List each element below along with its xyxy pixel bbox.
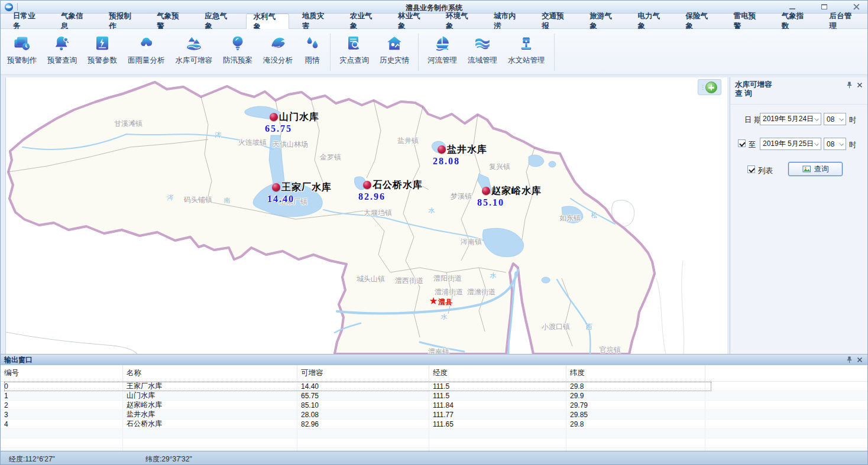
cell-filler — [705, 410, 868, 420]
toolbar-button-流域管理[interactable]: 流域管理 — [463, 32, 502, 67]
chevron-down-icon — [839, 116, 844, 121]
table-row[interactable]: 3盐井水库28.08111.7729.85 — [1, 410, 868, 420]
column-header-经度[interactable]: 经度 — [429, 365, 566, 381]
toolbar-separator — [554, 34, 555, 71]
reservoir-marker-赵家峪水库[interactable] — [482, 187, 490, 195]
reservoir-marker-王家厂水库[interactable] — [272, 183, 280, 191]
river-icon — [433, 34, 451, 52]
cell — [297, 438, 429, 448]
menu-item-雷电预警[interactable]: 雷电预警 — [727, 14, 769, 28]
zoom-in-button[interactable] — [705, 82, 717, 93]
column-header-可增容[interactable]: 可增容 — [297, 365, 429, 381]
toolbar-button-灾点查询[interactable]: 灾点查询 — [335, 32, 374, 67]
toolbar-button-淹没分析[interactable]: 淹没分析 — [258, 32, 297, 67]
statusbar: 经度:112°6'27" 纬度:29°37'32" — [1, 451, 868, 465]
pin-icon[interactable] — [845, 81, 853, 89]
to-label: 至 — [749, 140, 756, 150]
column-header-编号[interactable]: 编号 — [1, 365, 123, 381]
query-button[interactable]: 查询 — [788, 162, 843, 176]
table-row-empty[interactable] — [1, 429, 868, 438]
toolbar-button-面雨量分析[interactable]: 面雨量分析 — [123, 32, 170, 67]
menu-item-农业气象[interactable]: 农业气象 — [343, 14, 385, 28]
menu-item-气象指数[interactable]: 气象指数 — [775, 14, 817, 28]
toolbar-button-label: 淹没分析 — [263, 56, 293, 66]
table-row[interactable]: 2赵家峪水库85.10111.8429.79 — [1, 401, 868, 410]
menu-item-日常业务[interactable]: 日常业务 — [6, 14, 48, 28]
reservoir-marker-盐井水库[interactable] — [438, 145, 446, 154]
toolbar-button-水文站管理[interactable]: 水文站管理 — [503, 32, 550, 67]
toolbar-button-河流管理[interactable]: 河流管理 — [423, 32, 462, 67]
toolbar-button-预警查询[interactable]: 预警查询 — [43, 32, 82, 67]
table-row[interactable]: 0王家厂水库14.40111.529.8 — [1, 382, 868, 391]
column-header-名称[interactable]: 名称 — [123, 365, 297, 381]
list-checkbox[interactable] — [747, 165, 755, 173]
menu-item-气象预警[interactable]: 气象预警 — [150, 14, 192, 28]
cell: 山门水库 — [123, 391, 297, 401]
toolbar-button-预警制作[interactable]: 预警制作 — [2, 32, 41, 67]
map-basemap — [6, 77, 727, 354]
date-from-row: 日 期 2019年 5月24日 08 时 — [730, 113, 868, 126]
toolbar-button-历史灾情[interactable]: 历史灾情 — [375, 32, 414, 67]
cell — [123, 438, 297, 448]
close-button[interactable] — [848, 2, 864, 12]
table-header-row: 编号名称可增容经度纬度 — [1, 365, 868, 382]
toolbar-button-预警参数[interactable]: 预警参数 — [83, 32, 122, 67]
menu-item-预报制作[interactable]: 预报制作 — [102, 14, 144, 28]
menu-item-林业气象[interactable]: 林业气象 — [391, 14, 433, 28]
rain-info-icon — [303, 34, 321, 52]
toolbar-button-防汛预案[interactable]: 防汛预案 — [218, 32, 257, 67]
cell-filler — [705, 429, 868, 438]
menu-item-水利气象[interactable]: 水利气象 — [246, 14, 289, 29]
reservoir-capacity-panel: 水库可增容 查 询 日 期 2019年 5月24日 08 时 至 2019年 5… — [730, 77, 868, 354]
chevron-down-icon — [814, 141, 819, 146]
map[interactable]: 甘溪滩镇火连坡镇天供山林场金罗镇盐井镇复兴镇码头铺镇王家厂镇梦溪镇大堰垱镇如东镇… — [5, 77, 727, 354]
longitude-readout: 经度:112°6'27" — [9, 454, 55, 464]
hour-from-select[interactable]: 08 — [824, 113, 846, 125]
toolbar-button-水库可增容[interactable]: 水库可增容 — [171, 32, 218, 67]
table-body: 0王家厂水库14.40111.529.81山门水库65.75111.529.92… — [1, 382, 868, 451]
maximize-button[interactable] — [817, 2, 832, 12]
cell-filler — [705, 382, 868, 391]
menu-item-后台管理[interactable]: 后台管理 — [822, 14, 864, 28]
cell — [429, 429, 566, 438]
menu-item-电力气象[interactable]: 电力气象 — [630, 14, 672, 28]
menu-item-气象信息[interactable]: 气象信息 — [54, 14, 96, 28]
menu-item-交通预报[interactable]: 交通预报 — [535, 14, 576, 28]
pin-icon[interactable] — [845, 356, 853, 364]
action-row: 列表 查询 — [730, 164, 868, 177]
toolbar-button-label: 水库可增容 — [176, 56, 213, 66]
menu-item-旅游气象[interactable]: 旅游气象 — [582, 14, 624, 28]
menu-item-城市内涝[interactable]: 城市内涝 — [487, 14, 529, 28]
column-header-纬度[interactable]: 纬度 — [566, 365, 705, 381]
hour-to-select[interactable]: 08 — [824, 138, 846, 150]
cell: 29.8 — [566, 382, 705, 391]
menu-item-应急气象[interactable]: 应急气象 — [197, 14, 239, 28]
cell-filler — [705, 401, 868, 410]
date-from-select[interactable]: 2019年 5月24日 — [760, 113, 821, 125]
close-panel-icon[interactable] — [856, 81, 864, 89]
reservoir-marker-石公桥水库[interactable] — [363, 181, 371, 189]
cell: 65.75 — [297, 391, 429, 401]
hour-suffix-label: 时 — [849, 115, 857, 125]
toolbar-button-label: 河流管理 — [427, 56, 457, 66]
menu-item-环境气象[interactable]: 环境气象 — [439, 14, 481, 28]
cell: 石公桥水库 — [123, 420, 297, 429]
reservoir-marker-山门水库[interactable] — [270, 113, 278, 121]
menu-item-保险气象[interactable]: 保险气象 — [679, 14, 721, 28]
cell — [1, 438, 123, 448]
minimize-button[interactable] — [785, 2, 800, 12]
to-checkbox[interactable] — [738, 139, 746, 147]
close-panel-icon[interactable] — [856, 356, 864, 364]
panel-header: 水库可增容 查 询 — [730, 77, 868, 105]
toolbar: 预警制作预警查询预警参数面雨量分析水库可增容防汛预案淹没分析雨情灾点查询历史灾情… — [1, 29, 867, 75]
output-window-titlebar: 输出窗口 — [1, 355, 868, 365]
date-to-select[interactable]: 2019年 5月25日 — [760, 138, 821, 150]
drag-grip-icon[interactable]: ⋮ — [700, 85, 705, 90]
menu-item-地质灾害[interactable]: 地质灾害 — [295, 14, 337, 28]
table-row-empty[interactable] — [1, 438, 868, 448]
cell: 111.77 — [429, 410, 566, 420]
cell-filler — [705, 438, 868, 448]
table-row[interactable]: 4石公桥水库82.96111.6529.8 — [1, 420, 868, 429]
table-row[interactable]: 1山门水库65.75111.529.9 — [1, 391, 868, 401]
toolbar-button-雨情[interactable]: 雨情 — [299, 32, 326, 67]
